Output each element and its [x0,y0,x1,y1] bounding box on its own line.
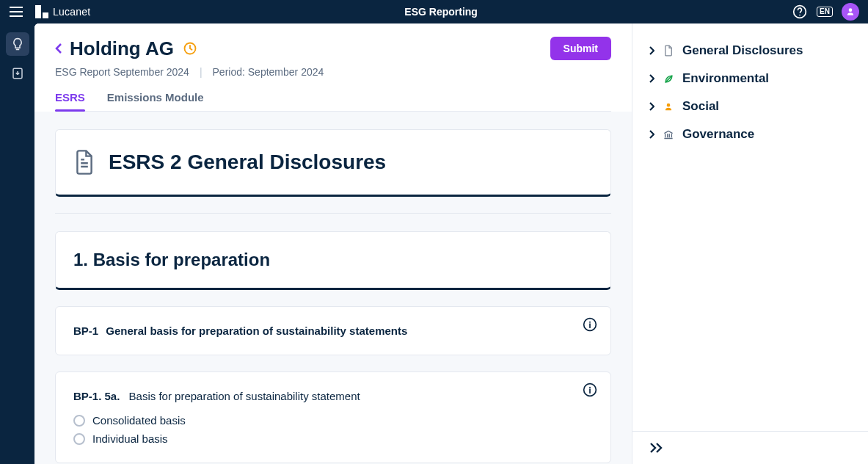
chevron-right-icon [649,74,654,83]
period-label: Period: September 2024 [213,66,324,78]
outline-environmental[interactable]: Environmental [649,65,852,93]
report-name: ESG Report September 2024 [55,66,189,78]
leaf-icon [662,73,675,84]
outline-governance[interactable]: Governance [649,120,852,148]
chevron-right-icon [649,102,654,111]
bp1-card: BP-1 General basis for preparation of su… [55,306,611,355]
bp1-title: General basis for preparation of sustain… [106,325,407,337]
person-icon [662,101,675,112]
menu-toggle-icon[interactable] [9,4,23,19]
bp1-5a-code: BP-1. 5a. [73,390,120,402]
hero-title: ESRS 2 General Disclosures [109,151,386,174]
radio-icon [73,415,85,427]
radio-individual[interactable]: Individual basis [73,432,593,445]
radio-group-basis: Consolidated basis Individual basis [73,414,593,445]
hero-card: ESRS 2 General Disclosures [55,129,611,197]
back-button[interactable] [55,43,62,54]
svg-point-7 [589,322,591,323]
tab-bar: ESRS Emissions Module [55,91,611,112]
submit-button[interactable]: Submit [550,37,611,60]
rail-item-esg[interactable] [6,32,29,56]
bp1-5a-card: BP-1. 5a. Basis for preparation of susta… [55,371,611,463]
collapse-panel-button[interactable] [649,442,852,454]
outline-label: Governance [682,127,754,142]
page-header: Holding AG Submit ESG Report September 2… [34,23,632,112]
bp1-5a-title: Basis for preparation of sustainability … [129,390,360,402]
user-avatar[interactable] [842,3,859,21]
app-title: ESG Reporting [90,6,792,18]
outline-label: General Disclosures [682,43,803,58]
document-icon [73,149,95,175]
outline-social[interactable]: Social [649,93,852,120]
svg-rect-1 [43,12,48,18]
logo-icon [35,5,48,18]
side-rail [0,23,34,464]
document-icon [662,45,675,57]
svg-rect-0 [35,5,41,18]
separator: | [200,66,203,78]
language-button[interactable]: EN [817,4,833,20]
institution-icon [662,129,675,140]
info-icon[interactable] [583,383,597,397]
radio-icon [73,433,85,445]
svg-point-3 [799,15,800,16]
brand-logo[interactable]: Lucanet [35,5,90,18]
info-icon[interactable] [583,317,597,332]
tab-esrs[interactable]: ESRS [55,91,85,111]
bp1-code: BP-1 [73,325,98,337]
help-icon[interactable] [792,4,808,20]
outline-label: Social [682,99,719,114]
radio-consolidated[interactable]: Consolidated basis [73,414,593,427]
divider [55,213,611,214]
top-bar: Lucanet ESG Reporting EN [0,0,868,23]
brand-name: Lucanet [53,6,90,18]
radio-label: Individual basis [92,432,168,445]
outline-label: Environmental [682,71,769,86]
entity-title: Holding AG [70,37,174,60]
outline-panel: General Disclosures Environmental [632,23,868,464]
section-1-title: 1. Basis for preparation [73,250,593,270]
outline-general-disclosures[interactable]: General Disclosures [649,37,852,65]
tab-emissions[interactable]: Emissions Module [107,91,204,111]
radio-label: Consolidated basis [92,414,186,427]
chevron-right-icon [649,130,654,139]
status-pending-icon [183,41,197,56]
chevron-right-icon [649,46,654,55]
section-1-card: 1. Basis for preparation [55,231,611,290]
svg-point-9 [589,387,591,388]
content-scroll[interactable]: ESRS 2 General Disclosures 1. Basis for … [34,112,632,464]
rail-item-export[interactable] [6,62,29,85]
